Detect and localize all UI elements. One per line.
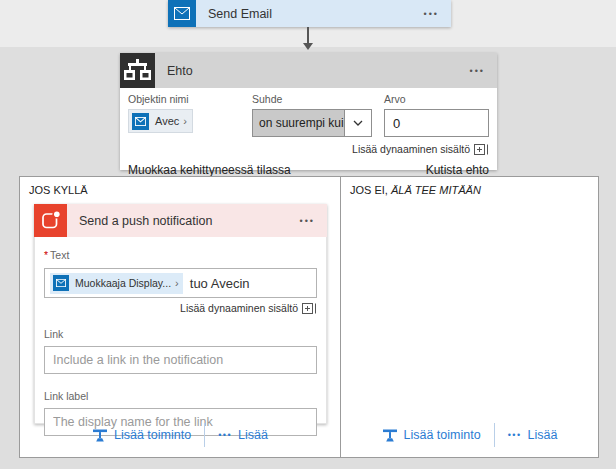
push-notification-menu-button[interactable]: •••: [288, 216, 327, 226]
add-dynamic-content-label: Lisää dynaaminen sisältö: [180, 302, 298, 314]
push-notification-title: Send a push notification: [67, 214, 288, 228]
condition-title: Ehto: [155, 64, 458, 78]
relation-label: Suhde: [252, 93, 384, 105]
chevron-down-icon: [344, 110, 371, 136]
more-dots-icon: •••: [508, 430, 522, 440]
branch-if-no: JOS EI, ÄLÄ TEE MITÄÄN Lisää toiminto ••…: [340, 176, 599, 458]
edit-advanced-mode-link[interactable]: Muokkaa kehittyneessä tilassa: [128, 163, 291, 177]
branch-no-header-emphasis: ÄLÄ TEE MITÄÄN: [391, 184, 481, 196]
send-email-menu-button[interactable]: •••: [412, 9, 451, 19]
more-label: Lisää: [238, 428, 268, 442]
relation-selected-value: on suurempi kuin: [253, 110, 344, 136]
link-input[interactable]: [44, 346, 317, 374]
branch-no-header-prefix: JOS EI,: [350, 184, 388, 196]
display-name-token[interactable]: Muokkaaja Display... ›: [50, 273, 183, 294]
branch-yes-header: JOS KYLLÄ: [29, 184, 88, 196]
send-email-title: Send Email: [196, 7, 412, 21]
condition-header[interactable]: Ehto •••: [120, 53, 497, 88]
add-dynamic-content-label: Lisää dynaaminen sisältö: [352, 143, 470, 155]
value-input[interactable]: [384, 109, 489, 137]
add-action-icon: [382, 428, 398, 443]
add-action-label: Lisää toiminto: [404, 428, 481, 442]
connector-arrow: [302, 27, 314, 50]
push-notification-icon: [34, 204, 67, 237]
text-field-input[interactable]: Muokkaaja Display... › tuo Avecin: [44, 268, 317, 298]
object-name-label: Objektin nimi: [128, 93, 252, 105]
more-button[interactable]: ••• Lisää: [205, 428, 281, 442]
add-action-icon: [92, 428, 108, 443]
text-field-label: Text: [50, 249, 69, 261]
branch-yes-footer: Lisää toiminto ••• Lisää: [20, 423, 340, 447]
add-action-button[interactable]: Lisää toiminto: [79, 428, 204, 443]
add-dynamic-content-button[interactable]: Lisää dynaaminen sisältö: [180, 302, 317, 314]
condition-icon: [120, 53, 155, 88]
add-dynamic-plus-icon: [302, 303, 317, 314]
object-name-field: Objektin nimi Avec ›: [128, 93, 252, 137]
object-token-label: Avec: [155, 115, 179, 127]
outlook-icon: [168, 0, 196, 27]
add-dynamic-content-button[interactable]: Lisää dynaaminen sisältö: [352, 143, 489, 155]
branch-no-footer: Lisää toiminto ••• Lisää: [341, 423, 598, 447]
add-dynamic-plus-icon: [474, 144, 489, 155]
outlook-token-icon: [53, 275, 69, 291]
value-label: Arvo: [384, 93, 489, 105]
link-field-label: Link: [44, 328, 63, 340]
condition-card: Ehto ••• Objektin nimi Avec ›: [120, 53, 497, 170]
token-chevron-icon: ›: [175, 278, 179, 289]
relation-dropdown[interactable]: on suurempi kuin: [252, 109, 372, 137]
add-action-label: Lisää toiminto: [114, 428, 191, 442]
add-action-button[interactable]: Lisää toiminto: [369, 428, 494, 443]
outlook-token-icon: [132, 113, 149, 130]
more-button[interactable]: ••• Lisää: [495, 428, 571, 442]
link-label-field-label: Link label: [44, 390, 88, 402]
condition-menu-button[interactable]: •••: [458, 66, 497, 76]
push-notification-header[interactable]: Send a push notification •••: [34, 204, 327, 237]
branch-no-header: JOS EI, ÄLÄ TEE MITÄÄN: [350, 184, 481, 196]
required-marker: *: [44, 249, 48, 261]
collapse-condition-link[interactable]: Kutista ehto: [426, 163, 489, 177]
display-name-token-label: Muokkaaja Display...: [75, 277, 171, 289]
token-chevron-icon: ›: [183, 116, 187, 127]
more-dots-icon: •••: [218, 430, 232, 440]
object-name-token[interactable]: Avec ›: [128, 109, 193, 133]
push-notification-body: *Text Muokkaaja Display... › tuo Ave: [34, 237, 327, 424]
more-label: Lisää: [528, 428, 558, 442]
relation-field: Suhde on suurempi kuin: [252, 93, 384, 137]
push-notification-card: Send a push notification ••• *Text: [34, 204, 327, 424]
send-email-card[interactable]: Send Email •••: [168, 0, 451, 27]
value-field: Arvo: [384, 93, 489, 137]
branch-if-yes: JOS KYLLÄ Send a push notification ••• *…: [19, 176, 341, 458]
flow-designer-canvas: Send Email ••• Ehto •••: [0, 0, 616, 469]
text-field-value: tuo Avecin: [190, 276, 250, 291]
condition-body: Objektin nimi Avec › Suhde: [120, 88, 497, 177]
